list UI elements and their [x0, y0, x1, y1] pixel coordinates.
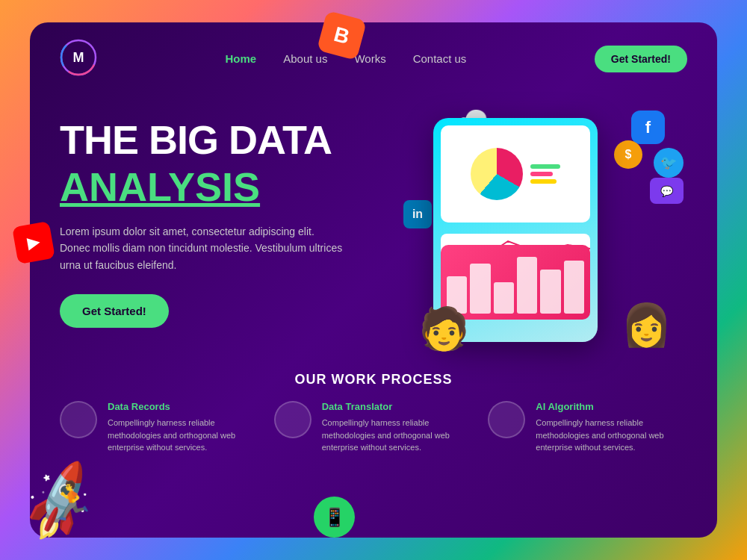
process-circle-2: [274, 401, 311, 438]
process-item-3: AI Algorithm Compellingly harness reliab…: [488, 401, 687, 454]
work-process-section: OUR WORK PROCESS Data Records Compelling…: [30, 357, 717, 461]
nav-contact[interactable]: Contact us: [413, 52, 467, 65]
nav-home[interactable]: Home: [226, 52, 257, 65]
svg-text:M: M: [73, 50, 84, 65]
process-title-2: Data Translator: [322, 401, 474, 412]
bar-2: [470, 264, 490, 314]
process-text-3: AI Algorithm Compellingly harness reliab…: [536, 401, 687, 454]
person-green: 🧑: [418, 305, 470, 353]
process-text-2: Data Translator Compellingly harness rel…: [322, 401, 474, 454]
process-circle-1: [60, 401, 97, 438]
process-desc-2: Compellingly harness reliable methodolog…: [322, 417, 474, 454]
main-card: M Home About us Works Contact us Get Sta…: [30, 22, 717, 538]
illustration: ☁️ f 🐦 $ in 💬: [388, 103, 687, 357]
linkedin-icon: in: [403, 200, 432, 228]
hero-title-line2: ANALYSIS: [60, 165, 374, 209]
process-item-2: Data Translator Compellingly harness rel…: [274, 401, 474, 454]
process-item-1: Data Records Compellingly harness reliab…: [60, 401, 259, 454]
facebook-icon: f: [631, 111, 665, 144]
work-process-title: OUR WORK PROCESS: [60, 372, 687, 388]
process-grid: Data Records Compellingly harness reliab…: [60, 401, 687, 454]
person-decoration: 🏃: [49, 479, 95, 523]
process-desc-3: Compellingly harness reliable methodolog…: [536, 417, 687, 454]
bar-4: [517, 257, 537, 314]
hero-description: Lorem ipsum dolor sit amet, consectetur …: [60, 223, 344, 273]
bar-3: [494, 282, 514, 314]
logo: M: [60, 39, 97, 79]
bar-6: [564, 261, 584, 314]
process-circle-3: [488, 401, 525, 438]
coin-icon: $: [614, 140, 642, 169]
hero-section: THE BIG DATA ANALYSIS Lorem ipsum dolor …: [30, 103, 717, 357]
hero-cta-button[interactable]: Get Started!: [60, 294, 169, 328]
pie-chart-area: [441, 125, 590, 223]
process-desc-1: Compellingly harness reliable methodolog…: [108, 417, 259, 454]
hero-illustration: ☁️ f 🐦 $ in 💬: [388, 103, 687, 357]
youtube-icon: ▶: [12, 221, 55, 264]
process-title-3: AI Algorithm: [536, 401, 687, 412]
pie-chart: [471, 148, 523, 200]
process-text-1: Data Records Compellingly harness reliab…: [108, 401, 259, 454]
whatsapp-icon: 📱: [314, 497, 355, 538]
hero-title-line1: THE BIG DATA: [60, 118, 374, 162]
hero-left: THE BIG DATA ANALYSIS Lorem ipsum dolor …: [60, 103, 374, 357]
process-title-1: Data Records: [108, 401, 259, 412]
chat-icon: 💬: [650, 178, 684, 204]
bar-5: [540, 270, 560, 314]
navbar: M Home About us Works Contact us Get Sta…: [30, 22, 717, 96]
person-pink: 👩: [621, 301, 672, 349]
twitter-icon: 🐦: [654, 148, 684, 178]
nav-works[interactable]: Works: [354, 52, 385, 65]
nav-about[interactable]: About us: [283, 52, 327, 65]
nav-cta-button[interactable]: Get Started!: [595, 46, 687, 72]
